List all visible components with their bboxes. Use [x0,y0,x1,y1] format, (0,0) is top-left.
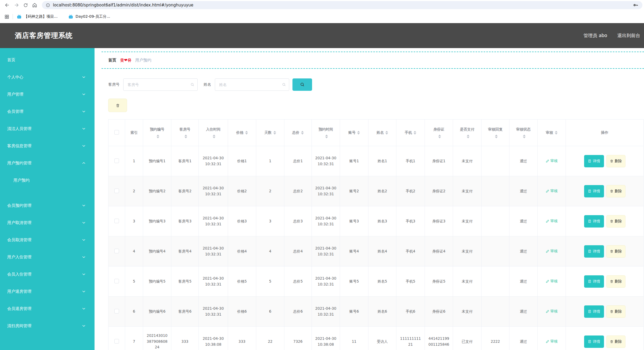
sort-caret-icon[interactable] [495,135,498,138]
home-icon[interactable] [30,1,39,10]
delete-button[interactable]: 删除 [606,215,625,228]
sort-caret-icon[interactable] [385,131,388,135]
detail-button[interactable]: 详情 [584,275,604,288]
delete-button-label: 删除 [615,279,622,284]
sidebar-item[interactable]: 用户退房管理 [0,283,95,300]
delete-button[interactable]: 删除 [606,305,625,318]
row-checkbox[interactable] [114,309,119,313]
row-checkbox[interactable] [114,279,119,283]
sort-caret-icon[interactable] [467,135,469,138]
bookmark-item[interactable]: 【码神之路】项目... [17,14,57,19]
sort-caret-icon[interactable] [213,135,215,138]
cell-kefanghao: 客房号1 [171,146,199,176]
back-icon[interactable] [3,1,12,10]
sidebar-item[interactable]: 用户取消管理 [0,214,95,231]
audit-link-label: 审核 [551,219,558,223]
address-bar[interactable]: localhost:8080/springboot6alf1/admin/dis… [42,1,642,9]
search-button[interactable] [292,78,312,91]
sidebar-item[interactable]: 用户管理 [0,86,95,103]
bookmark-item[interactable]: Day02-09-员工分... [68,14,110,19]
sidebar-item[interactable]: 客房信息管理 [0,137,95,154]
sort-caret-icon[interactable] [245,131,248,135]
sidebar-subitem[interactable]: 用户预约 [0,172,95,189]
audit-link[interactable]: 审核 [546,279,558,284]
row-checkbox[interactable] [114,339,119,344]
sidebar-item[interactable]: 用户入住管理 [0,248,95,266]
sort-caret-icon[interactable] [523,135,526,138]
row-checkbox[interactable] [114,189,119,193]
sidebar-item[interactable]: 会员入住管理 [0,266,95,283]
delete-button[interactable]: 删除 [606,185,625,197]
delete-button[interactable]: 删除 [606,155,625,167]
delete-button[interactable]: 删除 [606,245,625,258]
audit-link[interactable]: 审核 [546,219,558,223]
sort-caret-icon[interactable] [438,135,441,138]
cell-yuyueshijian: 2021-04-30 10:38:08 [312,327,340,350]
sort-caret-icon[interactable] [301,131,304,135]
detail-button-label: 详情 [593,189,600,194]
detail-button[interactable]: 详情 [584,155,604,167]
audit-link[interactable]: 审核 [546,189,558,193]
audit-link-label: 审核 [551,189,558,193]
cell-kefanghao: 客房号5 [171,266,199,297]
cell-shenfenzheng: 441421199001125846 [425,327,453,350]
sort-caret-icon[interactable] [414,131,416,135]
chevron-down-icon [82,255,86,259]
breadcrumb-home[interactable]: 首页 [108,58,116,63]
row-checkbox[interactable] [114,158,119,163]
room-number-input[interactable] [123,78,198,91]
select-all-checkbox[interactable] [114,130,119,135]
cell-zongjia: 7326 [284,327,312,350]
column-header-caozuo: 操作 [566,120,644,146]
audit-link[interactable]: 审核 [546,158,558,163]
sidebar-item[interactable]: 会员管理 [0,103,95,120]
detail-button-label: 详情 [593,219,600,224]
detail-button[interactable]: 详情 [584,185,604,197]
delete-button[interactable]: 删除 [606,275,625,288]
cell-shouji: 手机4 [396,236,425,266]
detail-button[interactable]: 详情 [584,335,604,348]
sort-caret-icon[interactable] [184,135,187,138]
audit-link-label: 审核 [551,309,558,314]
sort-caret-icon[interactable] [357,131,360,135]
audit-link[interactable]: 审核 [546,249,558,254]
name-input[interactable] [215,78,289,91]
forward-icon[interactable] [12,1,21,10]
logout-link[interactable]: 退出到前台 [617,33,640,39]
sidebar-item[interactable]: 会员退房管理 [0,300,95,317]
cell-zongjia: 总价6 [284,297,312,327]
sidebar-item[interactable]: 会员取消管理 [0,231,95,248]
sidebar-item[interactable]: 会员预约管理 [0,197,95,214]
cell-shifouzhifu: 未支付 [453,146,482,176]
sort-caret-icon[interactable] [325,135,328,138]
row-checkbox[interactable] [114,249,119,253]
detail-button[interactable]: 详情 [584,215,604,228]
sidebar-item[interactable]: 用户预约管理 [0,154,95,172]
delete-button[interactable]: 删除 [606,335,625,348]
doc-icon [588,280,591,283]
sort-caret-icon[interactable] [555,131,558,135]
sidebar-item[interactable]: 首页 [0,51,95,68]
sort-caret-icon[interactable] [157,135,159,138]
key-icon[interactable] [633,2,639,8]
batch-delete-button[interactable] [108,99,127,112]
table-row: 7202143010387908608243332021-04-30 10:38… [108,327,644,350]
cell-caozuo: 详情删除 [566,266,644,297]
sidebar-item-label: 会员入住管理 [7,272,31,277]
sidebar-item[interactable]: 清扫房间管理 [0,317,95,334]
cell-shouji: 手机2 [396,176,425,206]
sidebar-item[interactable]: 个人中心 [0,68,95,86]
sidebar-item[interactable]: 清洁人员管理 [0,120,95,137]
audit-link[interactable]: 审核 [546,339,558,344]
apps-grid-icon[interactable] [4,14,9,19]
info-icon[interactable] [46,3,50,8]
detail-button[interactable]: 详情 [584,305,604,318]
sort-caret-icon[interactable] [273,131,276,135]
row-checkbox[interactable] [114,219,119,223]
audit-link[interactable]: 审核 [546,309,558,314]
detail-button[interactable]: 详情 [584,245,604,258]
search-icon [282,83,286,87]
reload-icon[interactable] [21,1,30,10]
cell-tianshu: 6 [256,297,284,327]
bookmark-label: 【码神之路】项目... [24,14,57,19]
